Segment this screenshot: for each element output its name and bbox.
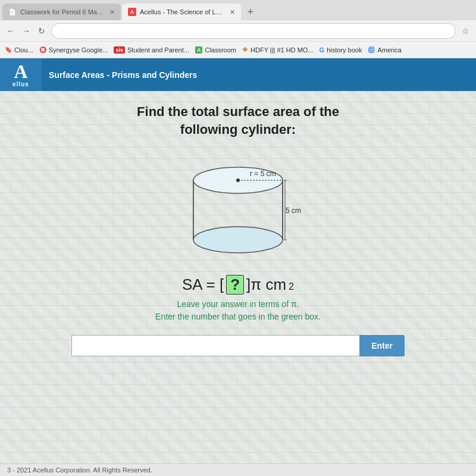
- bookmark-america[interactable]: 🌀 America: [368, 46, 401, 54]
- formula-pi: ]π cm: [246, 275, 286, 294]
- input-row: Enter: [71, 335, 405, 356]
- bookmark-synergyse-label: Synergyse Google...: [49, 46, 108, 54]
- bookmark-classroom-icon: A: [195, 46, 203, 54]
- svg-text:5 cm: 5 cm: [286, 206, 301, 215]
- tab-bar: 📄 Classwork for Period 6 Math 2 6 ✕ A Ac…: [0, 0, 476, 20]
- tab1-close[interactable]: ✕: [109, 8, 115, 16]
- star-button[interactable]: ☆: [459, 26, 471, 36]
- question-line2: following cylinder:: [180, 122, 296, 137]
- svg-point-1: [193, 227, 283, 253]
- section-title: Surface Areas - Prisms and Cylinders: [49, 70, 197, 80]
- tab2-close[interactable]: ✕: [230, 8, 235, 16]
- section-bar: Surface Areas - Prisms and Cylinders: [42, 58, 476, 91]
- bookmark-hdfy-label: HDFY ||| #1 HD MO...: [250, 46, 314, 54]
- bookmark-historybook-label: history book: [327, 46, 362, 54]
- bookmark-clou-icon: 🔖: [5, 46, 12, 53]
- bookmark-america-icon: 🌀: [368, 46, 375, 53]
- reload-button[interactable]: ↻: [36, 26, 48, 36]
- copyright-text: 3 - 2021 Acellus Corporation. All Rights…: [7, 466, 152, 474]
- bookmark-america-label: America: [377, 46, 401, 54]
- tab1-label: Classwork for Period 6 Math 2 6: [20, 8, 104, 15]
- back-button[interactable]: ←: [5, 26, 17, 36]
- bookmark-synergyse[interactable]: ⭕ Synergyse Google...: [39, 46, 108, 54]
- bookmark-hdfy[interactable]: ❖ HDFY ||| #1 HD MO...: [242, 46, 314, 54]
- main-content: Find the total surface area of the follo…: [0, 91, 476, 464]
- browser-frame: 📄 Classwork for Period 6 Math 2 6 ✕ A Ac…: [0, 0, 476, 476]
- footer: 3 - 2021 Acellus Corporation. All Rights…: [0, 464, 476, 476]
- answer-input[interactable]: [71, 335, 359, 356]
- enter-button[interactable]: Enter: [359, 335, 405, 356]
- bookmark-clou-label: Clou...: [14, 46, 33, 54]
- forward-button[interactable]: →: [20, 26, 32, 36]
- bookmarks-bar: 🔖 Clou... ⭕ Synergyse Google... sis Stud…: [0, 42, 476, 58]
- tab-acellus[interactable]: A Acellus - The Science of Learning ✕: [122, 4, 241, 20]
- bookmark-student-label: Student and Parent...: [127, 46, 189, 54]
- bookmark-classroom[interactable]: A Classroom: [195, 46, 236, 54]
- address-bar-row: ← → ↻ acellus.com/StudentFunctions/Inter…: [0, 20, 476, 42]
- tab-classwork[interactable]: 📄 Classwork for Period 6 Math 2 6 ✕: [2, 4, 121, 20]
- question-text: Find the total surface area of the follo…: [137, 103, 339, 138]
- address-input[interactable]: acellus.com/StudentFunctions/Interface/a…: [51, 23, 456, 39]
- hint-text: Leave your answer in terms of π. Enter t…: [155, 298, 321, 323]
- hint-line2: Enter the number that goes in the green …: [155, 312, 321, 321]
- hint-line1: Leave your answer in terms of π.: [177, 299, 299, 309]
- bookmark-historybook[interactable]: G history book: [320, 46, 362, 54]
- bookmark-student[interactable]: sis Student and Parent...: [114, 46, 189, 54]
- new-tab-button[interactable]: +: [242, 4, 259, 20]
- svg-point-6: [236, 178, 240, 182]
- bookmark-hdfy-icon: ❖: [242, 46, 248, 54]
- svg-text:r = 5 cm: r = 5 cm: [250, 170, 276, 178]
- formula-display: SA = [ ? ]π cm 2: [182, 275, 294, 295]
- bookmark-clou[interactable]: 🔖 Clou...: [5, 46, 33, 54]
- logo-letter: A: [14, 62, 27, 81]
- cylinder-diagram: r = 5 cm 5 cm: [173, 154, 303, 257]
- acellus-logo: A ellus: [0, 58, 42, 91]
- cylinder-svg: r = 5 cm 5 cm: [173, 154, 303, 255]
- tab1-icon: 📄: [8, 8, 17, 16]
- logo-text: ellus: [12, 81, 29, 87]
- page-content: A ellus Surface Areas - Prisms and Cylin…: [0, 58, 476, 476]
- tab2-icon: A: [128, 8, 136, 16]
- bookmark-synergyse-icon: ⭕: [39, 46, 46, 53]
- formula-sa-prefix: SA = [: [182, 275, 224, 294]
- formula-variable: ?: [226, 275, 244, 295]
- acellus-top-header: A ellus Surface Areas - Prisms and Cylin…: [0, 58, 476, 91]
- bookmark-student-icon: sis: [114, 46, 125, 54]
- tab2-label: Acellus - The Science of Learning: [140, 8, 224, 15]
- formula-exponent: 2: [289, 281, 294, 292]
- bookmark-historybook-icon: G: [320, 46, 325, 54]
- question-line1: Find the total surface area of the: [137, 104, 339, 119]
- bookmark-classroom-label: Classroom: [205, 46, 236, 54]
